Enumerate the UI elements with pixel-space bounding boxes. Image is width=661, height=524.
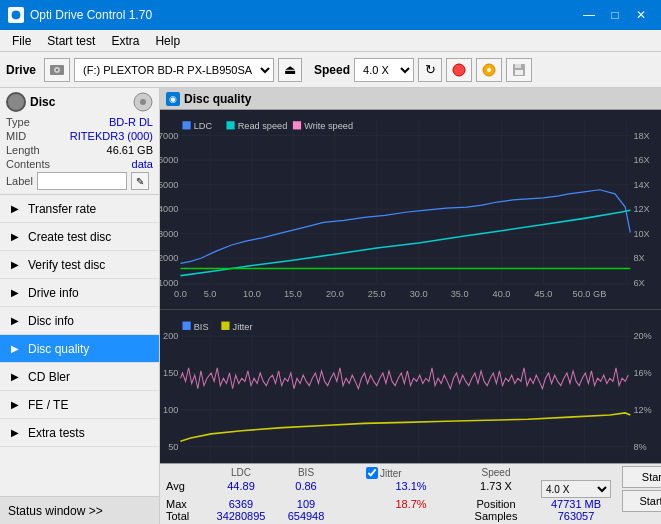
svg-text:Jitter: Jitter [233, 322, 253, 332]
contents-label: Contents [6, 158, 50, 170]
start-part-button[interactable]: Start part [622, 490, 661, 512]
svg-text:150: 150 [163, 368, 178, 378]
nav-disc-quality[interactable]: ▶ Disc quality [0, 335, 159, 363]
title-bar: Opti Drive Control 1.70 — □ ✕ [0, 0, 661, 30]
app-title: Opti Drive Control 1.70 [30, 8, 152, 22]
svg-rect-56 [182, 121, 190, 129]
app-icon [8, 7, 24, 23]
nav-label-extra: Extra tests [28, 426, 85, 440]
svg-text:50: 50 [168, 442, 178, 452]
maximize-button[interactable]: □ [603, 5, 627, 25]
col-bis-header: BIS [276, 467, 336, 479]
svg-point-3 [56, 69, 58, 71]
main-layout: Disc Type BD-R DL MID RITEKDR3 (000) Len… [0, 88, 661, 524]
nav-label-verify: Verify test disc [28, 258, 105, 272]
avg-speed-val: 4.0 X [536, 480, 616, 498]
nav-fe-te[interactable]: ▶ FE / TE [0, 391, 159, 419]
nav-items: ▶ Transfer rate ▶ Create test disc ▶ Ver… [0, 195, 159, 496]
label-field-label: Label [6, 175, 33, 187]
svg-text:3000: 3000 [160, 229, 178, 239]
nav-label-fete: FE / TE [28, 398, 68, 412]
label-edit-button[interactable]: ✎ [131, 172, 149, 190]
disc-button[interactable] [476, 58, 502, 82]
svg-text:35.0: 35.0 [451, 289, 469, 299]
sidebar: Disc Type BD-R DL MID RITEKDR3 (000) Len… [0, 88, 160, 524]
svg-text:Write speed: Write speed [304, 121, 353, 131]
svg-text:BIS: BIS [194, 322, 209, 332]
svg-text:20.0: 20.0 [326, 289, 344, 299]
svg-point-0 [11, 10, 21, 20]
save-button[interactable] [506, 58, 532, 82]
nav-label-transfer: Transfer rate [28, 202, 96, 216]
nav-extra-tests[interactable]: ▶ Extra tests [0, 419, 159, 447]
disc-contents-row: Contents data [6, 158, 153, 170]
svg-text:10X: 10X [633, 229, 649, 239]
start-full-button[interactable]: Start full [622, 466, 661, 488]
avg-label: Avg [166, 480, 206, 498]
nav-create-test[interactable]: ▶ Create test disc [0, 223, 159, 251]
svg-text:LDC: LDC [194, 121, 213, 131]
mid-label: MID [6, 130, 26, 142]
close-button[interactable]: ✕ [629, 5, 653, 25]
chart-icon: ◉ [166, 92, 180, 106]
svg-text:5000: 5000 [160, 180, 178, 190]
chart-title: Disc quality [184, 92, 251, 106]
upper-chart: 7000 6000 5000 4000 3000 2000 1000 0.0 5… [160, 110, 661, 309]
nav-label-disc-info: Disc info [28, 314, 74, 328]
nav-drive-info[interactable]: ▶ Drive info [0, 279, 159, 307]
nav-verify-test[interactable]: ▶ Verify test disc [0, 251, 159, 279]
svg-rect-60 [293, 121, 301, 129]
length-label: Length [6, 144, 40, 156]
col-space [336, 467, 366, 479]
label-input[interactable] [37, 172, 127, 190]
svg-rect-101 [221, 322, 229, 330]
speed-dropdown[interactable]: 4.0 X [541, 480, 611, 498]
avg-speed-label: 1.73 X [456, 480, 536, 498]
svg-text:4000: 4000 [160, 204, 178, 214]
svg-text:12%: 12% [633, 405, 651, 415]
speed-label: Speed [314, 63, 350, 77]
speed-select[interactable]: 4.0 X [354, 58, 414, 82]
max-bis: 109 [276, 498, 336, 510]
menu-file[interactable]: File [4, 32, 39, 50]
menu-help[interactable]: Help [147, 32, 188, 50]
status-window-button[interactable]: Status window >> [0, 496, 159, 524]
svg-text:15.0: 15.0 [284, 289, 302, 299]
refresh-button[interactable]: ↻ [418, 58, 442, 82]
disc-title: Disc [30, 95, 55, 109]
stats-table-container: LDC BIS Jitter Speed Avg 44.89 [166, 466, 616, 522]
disc-image-icon [133, 92, 153, 112]
total-speed-val: 763057 [536, 510, 616, 522]
svg-text:50.0 GB: 50.0 GB [573, 289, 607, 299]
nav-disc-info[interactable]: ▶ Disc info [0, 307, 159, 335]
svg-text:16X: 16X [633, 155, 649, 165]
burn-button[interactable] [446, 58, 472, 82]
nav-label-create: Create test disc [28, 230, 111, 244]
nav-icon-transfer: ▶ [8, 202, 22, 216]
jitter-checkbox[interactable] [366, 467, 378, 479]
col-empty [166, 467, 206, 479]
avg-bis: 0.86 [276, 480, 336, 498]
lower-chart: 200 150 100 50 20% 16% 12% 8% 4% [160, 309, 661, 463]
menu-extra[interactable]: Extra [103, 32, 147, 50]
nav-label-cdbler: CD Bler [28, 370, 70, 384]
disc-mid-row: MID RITEKDR3 (000) [6, 130, 153, 142]
minimize-button[interactable]: — [577, 5, 601, 25]
lower-chart-svg: 200 150 100 50 20% 16% 12% 8% 4% [160, 310, 661, 463]
disc-type-row: Type BD-R DL [6, 116, 153, 128]
drive-select[interactable]: (F:) PLEXTOR BD-R PX-LB950SA 1.06 [74, 58, 274, 82]
svg-text:200: 200 [163, 332, 178, 342]
eject-button[interactable]: ⏏ [278, 58, 302, 82]
nav-transfer-rate[interactable]: ▶ Transfer rate [0, 195, 159, 223]
drive-icon-btn[interactable] [44, 58, 70, 82]
svg-text:16%: 16% [633, 368, 651, 378]
svg-text:6000: 6000 [160, 155, 178, 165]
action-buttons: Start full Start part [622, 466, 661, 522]
chart-title-bar: ◉ Disc quality [160, 88, 661, 110]
upper-chart-svg: 7000 6000 5000 4000 3000 2000 1000 0.0 5… [160, 110, 661, 309]
total-bis: 654948 [276, 510, 336, 522]
svg-point-4 [453, 64, 465, 76]
svg-text:Read speed: Read speed [238, 121, 288, 131]
menu-start-test[interactable]: Start test [39, 32, 103, 50]
nav-cd-bler[interactable]: ▶ CD Bler [0, 363, 159, 391]
